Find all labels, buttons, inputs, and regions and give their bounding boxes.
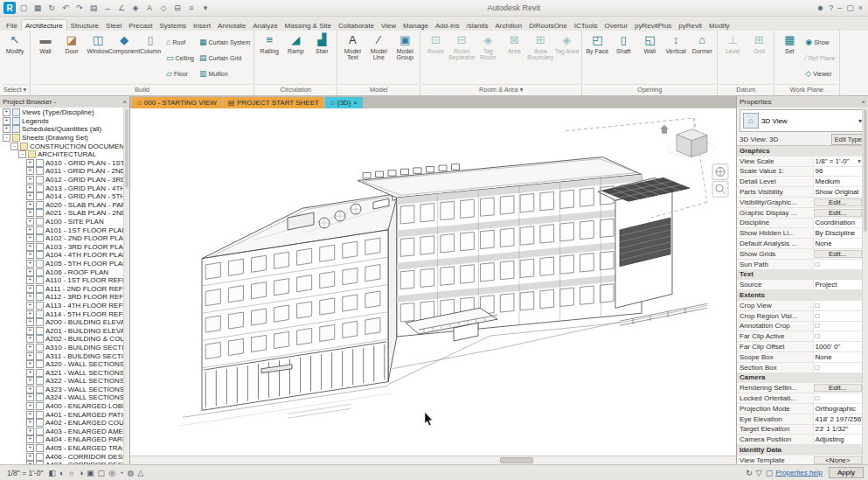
- browser-item-a020-slab-plan-parking[interactable]: +A020 - SLAB PLAN - PARKING: [1, 201, 129, 210]
- browser-item-a311-building-sections[interactable]: +A311 - BUILDING SECTIONS: [1, 351, 129, 360]
- ribbon-button-railing[interactable]: ≡Railing: [256, 31, 282, 84]
- panel-label-model[interactable]: Model: [339, 84, 418, 95]
- ribbon-tab-structure[interactable]: Structure: [67, 20, 102, 31]
- scrollbar-thumb[interactable]: [864, 109, 867, 232]
- expander-icon[interactable]: +: [26, 335, 34, 343]
- ribbon-tab-ictools[interactable]: ICTools: [571, 20, 601, 31]
- browser-item-a200-building-elevations[interactable]: +A200 - BUILDING ELEVATIONS: [1, 318, 129, 327]
- expander-icon[interactable]: +: [26, 302, 34, 310]
- property-row-eye-elevation[interactable]: Eye Elevation418' 2 197/256": [737, 414, 863, 425]
- ribbon-button-show[interactable]: ◉Show: [803, 34, 837, 50]
- panel-label-select[interactable]: Select ▾: [2, 84, 28, 95]
- browser-item-a400-enlarged-lobby-plan[interactable]: +A400 - ENLARGED LOBBY PLAN: [1, 402, 129, 411]
- property-row-far-clip-active[interactable]: Far Clip Active□: [737, 331, 863, 342]
- ribbon-button-stair[interactable]: ▟Stair: [309, 31, 335, 84]
- ribbon-tab-overtur[interactable]: Overtur: [601, 20, 631, 31]
- panel-label-build[interactable]: Build: [32, 84, 252, 95]
- visual-style-icon[interactable]: ◐: [59, 469, 64, 477]
- project-browser-scrollbar[interactable]: [123, 108, 129, 464]
- property-row-visibility-graphic[interactable]: Visibility/Graphic...Edit...: [737, 198, 863, 208]
- ribbon-button-curtain-grid[interactable]: ▤Curtain Grid: [198, 50, 252, 66]
- property-value[interactable]: Edit...: [814, 198, 862, 206]
- properties-help-link[interactable]: Properties help: [775, 469, 823, 477]
- property-value[interactable]: □: [813, 311, 863, 321]
- expander-icon[interactable]: +: [26, 327, 34, 335]
- scrollbar-thumb[interactable]: [125, 109, 128, 188]
- browser-item-a010-grid-plan-1st-floo[interactable]: +A010 - GRID PLAN - 1ST FLOO: [1, 159, 129, 168]
- property-value[interactable]: □: [813, 393, 863, 403]
- property-row-rendering-settin[interactable]: Rendering Settin...Edit...: [737, 383, 863, 393]
- expander-icon[interactable]: +: [26, 444, 34, 452]
- expander-icon[interactable]: +: [26, 360, 34, 368]
- ribbon-button-wall[interactable]: ◱Wall: [636, 31, 663, 84]
- browser-item-a102-2nd-floor-plan[interactable]: +A102 - 2ND FLOOR PLAN: [1, 234, 129, 243]
- property-row-camera-position[interactable]: Camera PositionAdjusting: [737, 435, 863, 445]
- ribbon-button-model-line[interactable]: ∕Model Line: [365, 31, 392, 84]
- ribbon-tab-slantis[interactable]: /slantis: [463, 20, 492, 31]
- expander-icon[interactable]: +: [26, 201, 34, 209]
- property-value[interactable]: □: [813, 260, 863, 269]
- ribbon-tab-pyrevitplus[interactable]: pyRevitPlus: [631, 20, 675, 31]
- panel-label-circulation[interactable]: Circulation: [256, 84, 335, 95]
- view-scale-button[interactable]: 1/8" = 1'-0": [4, 469, 45, 477]
- ribbon-button-window[interactable]: ◫Window: [85, 31, 111, 84]
- ribbon-tab-manage[interactable]: Manage: [399, 20, 432, 31]
- ribbon-button-vertical[interactable]: ↕Vertical: [663, 31, 689, 84]
- selection-toggle-icon[interactable]: ▢: [766, 469, 774, 477]
- analytical-model-icon[interactable]: △: [137, 469, 143, 477]
- browser-item-a100-site-plan[interactable]: +A100 - SITE PLAN: [1, 218, 129, 226]
- expander-icon[interactable]: +: [26, 393, 34, 401]
- property-row-show-hidden-li[interactable]: Show Hidden Li...By Discipline: [737, 228, 863, 239]
- ribbon-button-dormer[interactable]: ⌂Dormer: [689, 31, 715, 84]
- expander-icon[interactable]: +: [26, 402, 34, 410]
- property-value[interactable]: Edit...: [814, 250, 862, 258]
- expander-icon[interactable]: +: [26, 184, 34, 192]
- ribbon-tab-file[interactable]: File: [3, 20, 21, 31]
- browser-item-a320-wall-sections[interactable]: +A320 - WALL SECTIONS: [1, 360, 129, 369]
- ribbon-tab-steel[interactable]: Steel: [102, 20, 125, 31]
- expander-icon[interactable]: +: [26, 369, 34, 377]
- browser-item-a402-enlarged-courtyard[interactable]: +A402 - ENLARGED COURTYARD: [1, 419, 129, 428]
- expander-icon[interactable]: +: [26, 226, 34, 234]
- shadows-icon[interactable]: ◑: [79, 469, 83, 477]
- crop-view-icon[interactable]: ▣: [87, 469, 94, 477]
- measure-icon[interactable]: ↔: [101, 2, 114, 14]
- type-selector[interactable]: ⌂ 3D View ▾: [740, 109, 865, 132]
- section-icon[interactable]: ⊟: [171, 2, 184, 14]
- expander-icon[interactable]: +: [26, 411, 34, 419]
- ribbon-button-column[interactable]: ▯Column: [137, 31, 163, 84]
- browser-item-construction-documents[interactable]: -CONSTRUCTION DOCUMENTS: [1, 142, 129, 150]
- properties-scrollbar[interactable]: [862, 108, 868, 464]
- open-icon[interactable]: ▢: [17, 2, 30, 14]
- detail-level-icon[interactable]: ◧: [48, 469, 56, 477]
- expander-icon[interactable]: +: [3, 108, 10, 116]
- ribbon-button-ceiling[interactable]: ▭Ceiling: [164, 50, 196, 66]
- view-cube[interactable]: [660, 125, 715, 157]
- property-row-discipline[interactable]: DisciplineCoordination: [737, 219, 863, 229]
- ribbon-tab-archilion[interactable]: Archilion: [491, 20, 525, 31]
- browser-item-a404-enlarged-parking-pl[interactable]: +A404 - ENLARGED PARKING PL: [1, 435, 129, 444]
- browser-item-a103-3rd-floor-plan[interactable]: +A103 - 3RD FLOOR PLAN: [1, 243, 129, 252]
- undo-icon[interactable]: ↶: [59, 2, 72, 14]
- view-tab-project-start-sheet[interactable]: ▤PROJECT START SHEET: [223, 97, 324, 108]
- property-row-scope-box[interactable]: Scope BoxNone: [737, 352, 863, 363]
- property-row-crop-region-visi[interactable]: Crop Region Visi...□: [737, 311, 863, 322]
- browser-item-views-type-discipline[interactable]: +Views (Type/Discipline): [1, 108, 129, 117]
- edit-type-button[interactable]: Edit Type: [831, 134, 865, 145]
- property-value[interactable]: □: [813, 322, 863, 331]
- property-row-view-template[interactable]: View Template<None>: [737, 456, 863, 464]
- ribbon-tab-massing-site[interactable]: Massing & Site: [281, 20, 335, 31]
- browser-item-a021-slab-plan-2nd-floo[interactable]: +A021 - SLAB PLAN - 2ND FLOO: [1, 209, 129, 218]
- ribbon-tab-modify[interactable]: Modify: [705, 20, 733, 31]
- ribbon-tab-annotate[interactable]: Annotate: [214, 20, 249, 31]
- temporary-hide-isolate-icon[interactable]: ◔: [119, 469, 123, 477]
- property-row-annotation-crop[interactable]: Annotation Crop□: [737, 322, 863, 332]
- browser-item-a113-4th-floor-reflected[interactable]: +A113 - 4TH FLOOR REFLECTED: [1, 302, 129, 310]
- browser-item-a406-corridor-design[interactable]: +A406 - CORRIDOR DESIGN: [1, 452, 129, 461]
- view-tab-3d[interactable]: ⌂{3D}×: [325, 97, 363, 108]
- panel-label-opening[interactable]: Opening: [584, 84, 715, 95]
- expander-icon[interactable]: -: [18, 150, 26, 158]
- property-value[interactable]: Edit...: [814, 384, 862, 392]
- property-value[interactable]: <None>: [814, 456, 862, 464]
- aligned-dimension-icon[interactable]: ∠: [115, 2, 128, 14]
